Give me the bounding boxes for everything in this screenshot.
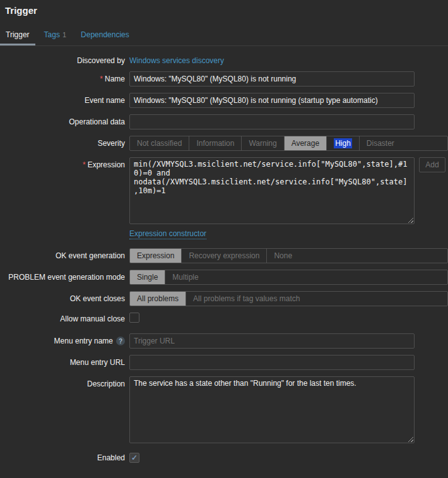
tab-tags[interactable]: Tags1 xyxy=(38,25,72,45)
problem-mode-option-single[interactable]: Single xyxy=(130,270,165,284)
row-description: Description The service has a state othe… xyxy=(0,376,448,445)
tab-bar: Trigger Tags1 Dependencies xyxy=(0,25,448,46)
ok-event-generation-option-recovery-expression[interactable]: Recovery expression xyxy=(182,249,267,263)
tab-tags-label: Tags xyxy=(44,30,60,39)
problem-event-generation-mode-radio-group: Single Multiple xyxy=(129,270,448,285)
name-input[interactable] xyxy=(129,71,415,87)
tab-trigger[interactable]: Trigger xyxy=(0,25,35,45)
row-discovered-by: Discovered by Windows services discovery xyxy=(0,56,448,65)
description-label: Description xyxy=(0,376,125,388)
expression-constructor-link[interactable]: Expression constructor xyxy=(129,229,206,239)
row-menu-entry-name: Menu entry name ? xyxy=(0,333,448,349)
menu-entry-url-label: Menu entry URL xyxy=(0,358,125,367)
trigger-form: Discovered by Windows services discovery… xyxy=(0,56,448,463)
required-marker: * xyxy=(100,75,103,83)
row-allow-manual-close: Allow manual close xyxy=(0,313,448,325)
ok-event-generation-option-expression[interactable]: Expression xyxy=(130,249,182,263)
tab-tags-badge: 1 xyxy=(62,31,66,39)
severity-radio-group: Not classified Information Warning Avera… xyxy=(129,136,448,151)
row-problem-event-generation-mode: PROBLEM event generation mode Single Mul… xyxy=(0,270,448,285)
name-label: *Name xyxy=(0,75,125,83)
menu-entry-name-input[interactable] xyxy=(129,333,415,349)
expression-label: *Expression xyxy=(0,157,125,169)
severity-option-disaster[interactable]: Disaster xyxy=(360,136,401,150)
menu-entry-name-label-wrap: Menu entry name ? xyxy=(0,337,125,345)
menu-entry-name-label: Menu entry name xyxy=(54,337,113,345)
help-icon[interactable]: ? xyxy=(116,337,125,345)
tab-trigger-label: Trigger xyxy=(6,30,30,39)
operational-data-input[interactable] xyxy=(129,114,415,129)
discovered-by-link[interactable]: Windows services discovery xyxy=(129,56,224,65)
severity-option-high[interactable]: High xyxy=(327,136,360,150)
row-enabled: Enabled ✓ xyxy=(0,453,448,463)
expression-add-button[interactable]: Add xyxy=(419,157,445,172)
expression-textarea[interactable]: min(/XVMYSQL3.msiclient.net/service.info… xyxy=(129,157,415,224)
severity-high-focus-highlight: High xyxy=(334,138,352,148)
ok-event-closes-option-all-problems[interactable]: All problems xyxy=(130,292,186,306)
ok-event-closes-option-tag-values-match[interactable]: All problems if tag values match xyxy=(186,292,307,306)
allow-manual-close-label: Allow manual close xyxy=(0,314,125,323)
problem-event-generation-mode-label: PROBLEM event generation mode xyxy=(0,273,125,282)
severity-option-warning[interactable]: Warning xyxy=(242,136,284,150)
menu-entry-url-input[interactable] xyxy=(129,355,415,370)
severity-option-average[interactable]: Average xyxy=(285,136,327,150)
problem-mode-option-multiple[interactable]: Multiple xyxy=(165,270,205,284)
tab-dependencies-label: Dependencies xyxy=(81,30,129,39)
allow-manual-close-checkbox[interactable] xyxy=(129,313,139,323)
discovered-by-label: Discovered by xyxy=(0,56,125,65)
ok-event-closes-radio-group: All problems All problems if tag values … xyxy=(129,291,448,306)
ok-event-generation-option-none[interactable]: None xyxy=(267,249,299,263)
ok-event-generation-label: OK event generation xyxy=(0,251,125,260)
row-menu-entry-url: Menu entry URL xyxy=(0,355,448,370)
row-name: *Name xyxy=(0,71,448,87)
row-operational-data: Operational data xyxy=(0,114,448,129)
description-textarea[interactable]: The service has a state other than "Runn… xyxy=(129,376,415,443)
row-expression: *Expression min(/XVMYSQL3.msiclient.net/… xyxy=(0,157,448,224)
severity-label: Severity xyxy=(0,139,125,148)
page-title: Trigger xyxy=(0,0,448,16)
ok-event-generation-radio-group: Expression Recovery expression None xyxy=(129,248,448,263)
row-event-name: Event name xyxy=(0,93,448,108)
tab-dependencies[interactable]: Dependencies xyxy=(75,25,135,45)
row-expression-constructor: Expression constructor xyxy=(0,229,448,238)
row-severity: Severity Not classified Information Warn… xyxy=(0,136,448,151)
row-ok-event-closes: OK event closes All problems All problem… xyxy=(0,291,448,306)
event-name-label: Event name xyxy=(0,96,125,105)
severity-option-not-classified[interactable]: Not classified xyxy=(130,136,189,150)
severity-option-information[interactable]: Information xyxy=(189,136,242,150)
operational-data-label: Operational data xyxy=(0,117,125,126)
enabled-checkbox[interactable]: ✓ xyxy=(129,453,139,463)
required-marker: * xyxy=(83,160,86,169)
enabled-label: Enabled xyxy=(0,453,125,462)
ok-event-closes-label: OK event closes xyxy=(0,294,125,303)
event-name-input[interactable] xyxy=(129,93,415,108)
row-ok-event-generation: OK event generation Expression Recovery … xyxy=(0,248,448,263)
